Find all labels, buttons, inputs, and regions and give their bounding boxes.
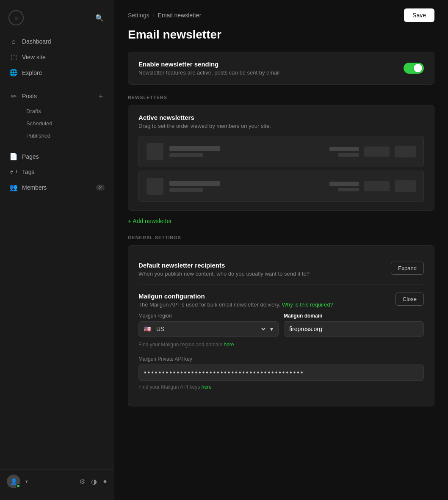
bottom-actions: ⚙ ◑ ● bbox=[79, 478, 107, 486]
sidebar-item-posts[interactable]: ✏ Posts ＋ bbox=[5, 87, 109, 105]
members-icon: 👥 bbox=[9, 183, 18, 191]
region-here-link[interactable]: here bbox=[224, 342, 234, 348]
region-select-wrap[interactable]: 🇺🇸 US EU ▾ bbox=[138, 321, 279, 337]
sidebar-item-label: Explore bbox=[22, 69, 42, 76]
mailgun-field-row: Mailgun region 🇺🇸 US EU ▾ bbox=[138, 313, 424, 337]
main-content: Settings › Email newsletter Save Email n… bbox=[114, 0, 448, 500]
api-key-input[interactable] bbox=[138, 365, 424, 381]
sidebar-item-members[interactable]: 👥 Members 2 bbox=[5, 180, 109, 195]
why-required-link[interactable]: Why is this required? bbox=[282, 301, 333, 308]
enable-newsletter-title: Enable newsletter sending bbox=[138, 61, 279, 68]
newsletter-item-right bbox=[329, 146, 416, 157]
domain-input[interactable] bbox=[284, 321, 424, 337]
newsletter-name-placeholder bbox=[169, 146, 220, 151]
newsletter-item bbox=[138, 171, 424, 202]
domain-label: Mailgun domain bbox=[284, 313, 424, 319]
theme-toggle-icon[interactable]: ◑ bbox=[91, 478, 97, 486]
newsletter-action[interactable] bbox=[395, 180, 416, 192]
mailgun-row: Mailgun configuration The Mailgun API is… bbox=[138, 285, 424, 398]
sidebar-item-scheduled[interactable]: Scheduled bbox=[22, 117, 109, 130]
active-newsletters-desc: Drag to set the order viewed by members … bbox=[138, 123, 424, 129]
members-badge: 2 bbox=[96, 185, 105, 191]
newsletter-stat-sub bbox=[338, 153, 359, 157]
newsletter-tag bbox=[364, 146, 390, 157]
sidebar-item-dashboard[interactable]: ⌂ Dashboard bbox=[5, 34, 109, 49]
close-button[interactable]: Close bbox=[395, 293, 424, 306]
sidebar-item-pages[interactable]: 📄 Pages bbox=[5, 149, 109, 164]
newsletter-stat-sub bbox=[338, 188, 359, 191]
api-key-helper: Find your Mailgun API keys here bbox=[138, 384, 424, 390]
newsletter-stat bbox=[329, 147, 359, 157]
newsletter-tag bbox=[364, 181, 390, 191]
sidebar-item-tags[interactable]: 🏷 Tags bbox=[5, 164, 109, 180]
posts-icon: ✏ bbox=[9, 92, 18, 100]
sidebar-item-published[interactable]: Published bbox=[22, 130, 109, 142]
breadcrumb: Settings › Email newsletter bbox=[128, 12, 201, 19]
general-settings-label: GENERAL SETTINGS bbox=[128, 235, 434, 240]
enable-newsletter-row: Enable newsletter sending Newsletter fea… bbox=[138, 61, 424, 76]
mailgun-config: Mailgun region 🇺🇸 US EU ▾ bbox=[138, 313, 424, 390]
region-helper: Find your Mailgun region and domain here bbox=[138, 342, 424, 348]
sidebar-item-label: View site bbox=[22, 54, 46, 61]
newsletter-info bbox=[169, 181, 220, 192]
newsletter-thumbnail bbox=[147, 178, 163, 195]
status-dot bbox=[16, 484, 20, 488]
default-recipients-header: Default newsletter recipients When you p… bbox=[138, 262, 424, 277]
api-here-link[interactable]: here bbox=[202, 384, 212, 390]
newsletter-sub-placeholder bbox=[169, 188, 203, 192]
avatar[interactable]: 👤 bbox=[7, 475, 20, 488]
newsletters-section-label: NEWSLETTERS bbox=[128, 95, 434, 100]
settings-icon[interactable]: ⚙ bbox=[79, 478, 85, 486]
sidebar-item-explore[interactable]: 🌐 Explore bbox=[5, 65, 109, 80]
default-recipients-row: Default newsletter recipients When you p… bbox=[138, 254, 424, 285]
mailgun-header: Mailgun configuration The Mailgun API is… bbox=[138, 293, 424, 308]
pages-icon: 📄 bbox=[9, 152, 18, 160]
enable-newsletter-toggle[interactable] bbox=[404, 63, 424, 74]
newsletter-item-right bbox=[329, 180, 416, 192]
newsletter-stat-bar bbox=[329, 147, 359, 151]
sidebar-item-view-site[interactable]: ⬚ View site bbox=[5, 49, 109, 65]
region-field: Mailgun region 🇺🇸 US EU ▾ bbox=[138, 313, 279, 337]
topbar: Settings › Email newsletter Save bbox=[114, 0, 448, 25]
mailgun-info: Mailgun configuration The Mailgun API is… bbox=[138, 293, 333, 308]
breadcrumb-separator: › bbox=[153, 12, 155, 18]
content-area: Enable newsletter sending Newsletter fea… bbox=[114, 52, 448, 406]
explore-icon: 🌐 bbox=[9, 69, 18, 77]
newsletter-item bbox=[138, 136, 424, 167]
enable-newsletter-subtitle: Newsletter features are active, posts ca… bbox=[138, 69, 279, 76]
toggle-knob bbox=[414, 64, 422, 72]
view-site-icon: ⬚ bbox=[9, 53, 18, 61]
newsletter-info bbox=[169, 146, 220, 157]
newsletter-item-left bbox=[147, 143, 220, 160]
mode-icon[interactable]: ● bbox=[103, 478, 107, 485]
expand-button[interactable]: Expand bbox=[391, 262, 424, 275]
breadcrumb-root[interactable]: Settings bbox=[128, 12, 149, 19]
user-caret-icon[interactable]: ▾ bbox=[25, 479, 28, 484]
posts-label: Posts bbox=[22, 93, 37, 99]
save-button[interactable]: Save bbox=[404, 8, 434, 22]
newsletter-thumbnail bbox=[147, 143, 163, 160]
region-label: Mailgun region bbox=[138, 313, 279, 319]
add-post-icon[interactable]: ＋ bbox=[97, 91, 105, 101]
default-recipients-desc: When you publish new content, who do you… bbox=[138, 271, 310, 277]
api-key-label: Mailgun Private API key bbox=[138, 356, 424, 362]
sidebar-bottom: 👤 ▾ ⚙ ◑ ● bbox=[0, 469, 114, 493]
newsletter-action[interactable] bbox=[395, 146, 416, 157]
active-newsletters-title: Active newsletters bbox=[138, 114, 424, 121]
tags-label: Tags bbox=[22, 169, 35, 175]
sidebar-item-label: Dashboard bbox=[22, 38, 51, 45]
api-key-section: Mailgun Private API key Find your Mailgu… bbox=[138, 356, 424, 390]
default-recipients-title: Default newsletter recipients bbox=[138, 262, 310, 269]
posts-sub-nav: Drafts Scheduled Published bbox=[5, 105, 109, 142]
pages-label: Pages bbox=[22, 153, 39, 160]
newsletter-name-placeholder bbox=[169, 181, 220, 186]
sidebar-item-drafts[interactable]: Drafts bbox=[22, 105, 109, 117]
add-newsletter-link[interactable]: + Add newsletter bbox=[128, 218, 172, 224]
sidebar: ○ 🔍 ⌂ Dashboard ⬚ View site 🌐 Explore ✏ … bbox=[0, 0, 114, 500]
region-select[interactable]: US EU bbox=[155, 325, 267, 333]
site-logo: ○ bbox=[8, 10, 24, 25]
tags-icon: 🏷 bbox=[9, 168, 18, 176]
general-settings-card: Default newsletter recipients When you p… bbox=[128, 245, 434, 406]
search-button[interactable]: 🔍 bbox=[94, 12, 105, 24]
breadcrumb-current: Email newsletter bbox=[158, 12, 202, 19]
